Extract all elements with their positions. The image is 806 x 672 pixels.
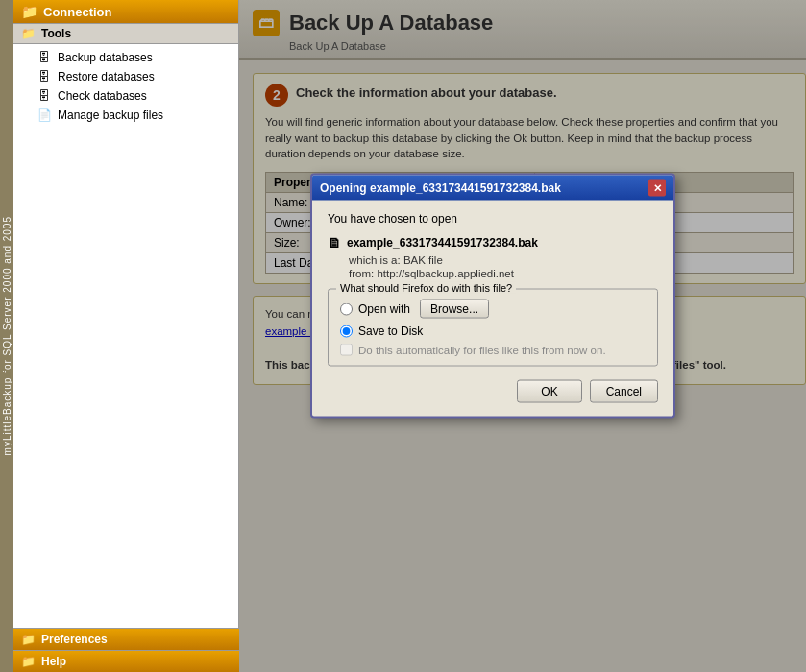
dialog-group-label: What should Firefox do with this file?	[336, 282, 516, 294]
browse-button[interactable]: Browse...	[420, 300, 489, 319]
tools-label: Tools	[41, 27, 71, 40]
dialog-meta: which is a: BAK file from: http://sqlbac…	[328, 254, 658, 279]
preferences-label: Preferences	[41, 633, 108, 646]
sidebar-bottom: 📁 Preferences 📁 Help	[13, 628, 239, 672]
manage-backup-files-label: Manage backup files	[58, 108, 163, 122]
cancel-button[interactable]: Cancel	[590, 380, 658, 403]
save-to-disk-radio[interactable]	[340, 324, 353, 337]
tools-header[interactable]: 📁 Tools	[13, 23, 238, 44]
dialog-body: You have chosen to open 🗎 example_633173…	[312, 201, 673, 417]
dialog-close-button[interactable]: ✕	[648, 180, 666, 197]
tools-folder-icon: 📁	[21, 27, 36, 40]
check-databases-icon: 🗄	[37, 89, 52, 103]
backup-databases-icon: 🗄	[37, 51, 52, 64]
backup-databases-label: Backup databases	[58, 51, 153, 64]
save-to-disk-label: Save to Disk	[358, 324, 423, 338]
auto-checkbox[interactable]	[340, 344, 353, 356]
auto-option: Do this automatically for files like thi…	[340, 344, 646, 356]
ok-button[interactable]: OK	[517, 380, 581, 403]
open-with-option: Open with Browse...	[340, 300, 646, 319]
sidebar-item-check-databases[interactable]: 🗄 Check databases	[13, 86, 238, 106]
restore-databases-icon: 🗄	[37, 70, 52, 84]
connection-header[interactable]: 📁 Connection	[13, 0, 238, 23]
file-icon: 🗎	[328, 235, 341, 251]
sidebar-preferences[interactable]: 📁 Preferences	[13, 628, 239, 650]
main-area: 🗃 Back Up A Database Back Up A Database …	[239, 0, 806, 672]
vertical-text-bar: myLittleBackup for SQL Server 2000 and 2…	[0, 0, 13, 672]
connection-folder-icon: 📁	[21, 4, 37, 19]
restore-databases-label: Restore databases	[58, 70, 155, 84]
open-file-dialog: Opening example_633173441591732384.bak ✕…	[310, 174, 675, 419]
dialog-source: from: http://sqlbackup.appliedi.net	[349, 268, 658, 279]
connection-label: Connection	[43, 5, 112, 19]
preferences-icon: 📁	[21, 633, 36, 646]
dialog-file-type: which is a: BAK file	[349, 254, 658, 266]
help-icon: 📁	[21, 655, 36, 668]
sidebar-item-restore-databases[interactable]: 🗄 Restore databases	[13, 67, 238, 86]
save-to-disk-option: Save to Disk	[340, 324, 646, 338]
sidebar-items: 🗄 Backup databases 🗄 Restore databases 🗄…	[13, 44, 238, 129]
sidebar-item-backup-databases[interactable]: 🗄 Backup databases	[13, 48, 238, 67]
vertical-text: myLittleBackup for SQL Server 2000 and 2…	[2, 216, 12, 455]
dialog-titlebar: Opening example_633173441591732384.bak ✕	[312, 176, 673, 201]
sidebar-help[interactable]: 📁 Help	[13, 650, 239, 672]
auto-label: Do this automatically for files like thi…	[358, 344, 606, 355]
manage-backup-files-icon: 📄	[37, 108, 52, 122]
dialog-filename: example_633173441591732384.bak	[347, 236, 538, 250]
dialog-overlay: Opening example_633173441591732384.bak ✕…	[239, 0, 806, 672]
open-with-radio[interactable]	[340, 302, 353, 315]
sidebar: 📁 Connection 📁 Tools 🗄 Backup databases …	[13, 0, 239, 672]
dialog-intro-text: You have chosen to open	[328, 212, 658, 226]
dialog-title: Opening example_633173441591732384.bak	[320, 181, 561, 195]
dialog-file-info: 🗎 example_633173441591732384.bak	[328, 235, 658, 251]
help-label: Help	[41, 655, 66, 668]
open-with-label: Open with	[358, 302, 410, 316]
dialog-action-group: What should Firefox do with this file? O…	[328, 289, 658, 367]
sidebar-item-manage-backup-files[interactable]: 📄 Manage backup files	[13, 106, 238, 125]
check-databases-label: Check databases	[58, 89, 147, 103]
dialog-buttons: OK Cancel	[328, 376, 658, 405]
